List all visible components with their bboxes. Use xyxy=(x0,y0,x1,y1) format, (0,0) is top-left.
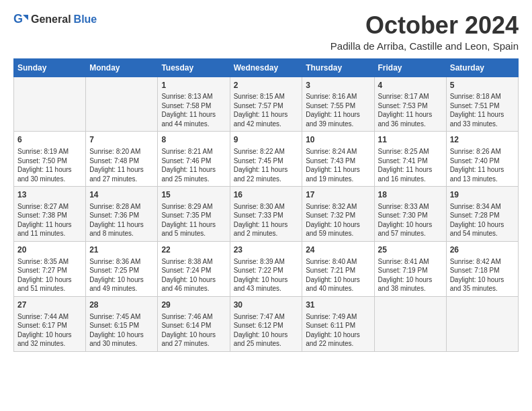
day-number: 3 xyxy=(306,80,370,91)
calendar-cell xyxy=(86,77,158,132)
calendar-cell: 21Sunrise: 8:36 AM Sunset: 7:25 PM Dayli… xyxy=(86,241,158,296)
calendar-cell: 13Sunrise: 8:27 AM Sunset: 7:38 PM Dayli… xyxy=(14,187,86,242)
calendar-header-row: SundayMondayTuesdayWednesdayThursdayFrid… xyxy=(14,58,519,77)
day-info: Sunrise: 8:42 AM Sunset: 7:18 PM Dayligh… xyxy=(450,257,515,293)
logo: G General Blue xyxy=(13,12,97,27)
day-number: 21 xyxy=(89,244,154,256)
day-number: 13 xyxy=(17,189,82,201)
day-info: Sunrise: 8:36 AM Sunset: 7:25 PM Dayligh… xyxy=(89,257,154,293)
day-info: Sunrise: 8:26 AM Sunset: 7:40 PM Dayligh… xyxy=(450,147,515,183)
calendar-cell: 29Sunrise: 7:46 AM Sunset: 6:14 PM Dayli… xyxy=(158,296,230,351)
svg-text:G: G xyxy=(13,12,23,26)
calendar-cell: 5Sunrise: 8:18 AM Sunset: 7:51 PM Daylig… xyxy=(446,77,518,132)
calendar-week-row: 20Sunrise: 8:35 AM Sunset: 7:27 PM Dayli… xyxy=(14,241,519,296)
calendar-cell: 6Sunrise: 8:19 AM Sunset: 7:50 PM Daylig… xyxy=(14,132,86,187)
day-info: Sunrise: 8:18 AM Sunset: 7:51 PM Dayligh… xyxy=(450,92,515,128)
title-area: October 2024 Padilla de Arriba, Castille… xyxy=(330,12,519,52)
day-info: Sunrise: 8:29 AM Sunset: 7:35 PM Dayligh… xyxy=(161,202,226,238)
day-number: 10 xyxy=(306,134,370,146)
day-number: 20 xyxy=(17,244,82,256)
logo-text-blue: Blue xyxy=(74,13,97,26)
header: G General Blue October 2024 Padilla de A… xyxy=(13,12,519,52)
calendar-cell: 10Sunrise: 8:24 AM Sunset: 7:43 PM Dayli… xyxy=(302,132,374,187)
day-info: Sunrise: 7:47 AM Sunset: 6:12 PM Dayligh… xyxy=(234,312,299,349)
day-info: Sunrise: 8:17 AM Sunset: 7:53 PM Dayligh… xyxy=(378,92,443,128)
calendar-cell: 2Sunrise: 8:15 AM Sunset: 7:57 PM Daylig… xyxy=(230,77,302,132)
day-number: 7 xyxy=(89,134,154,146)
day-number: 17 xyxy=(306,189,370,201)
month-title: October 2024 xyxy=(330,12,519,39)
calendar-cell: 30Sunrise: 7:47 AM Sunset: 6:12 PM Dayli… xyxy=(230,296,302,351)
calendar-cell: 9Sunrise: 8:22 AM Sunset: 7:45 PM Daylig… xyxy=(230,132,302,187)
calendar-body: 1Sunrise: 8:13 AM Sunset: 7:58 PM Daylig… xyxy=(14,77,519,351)
day-number: 5 xyxy=(450,80,515,91)
calendar-cell: 4Sunrise: 8:17 AM Sunset: 7:53 PM Daylig… xyxy=(374,77,446,132)
day-number: 15 xyxy=(161,189,226,201)
day-number: 25 xyxy=(378,244,443,256)
calendar-cell: 20Sunrise: 8:35 AM Sunset: 7:27 PM Dayli… xyxy=(14,241,86,296)
calendar-day-header: Friday xyxy=(374,58,446,77)
calendar-cell: 18Sunrise: 8:33 AM Sunset: 7:30 PM Dayli… xyxy=(374,187,446,242)
calendar-cell: 22Sunrise: 8:38 AM Sunset: 7:24 PM Dayli… xyxy=(158,241,230,296)
svg-marker-1 xyxy=(23,15,28,20)
calendar-cell: 24Sunrise: 8:40 AM Sunset: 7:21 PM Dayli… xyxy=(302,241,374,296)
calendar-cell: 14Sunrise: 8:28 AM Sunset: 7:36 PM Dayli… xyxy=(86,187,158,242)
day-number: 4 xyxy=(378,80,443,91)
logo-text-general: General xyxy=(31,13,71,26)
calendar-day-header: Monday xyxy=(86,58,158,77)
day-number: 19 xyxy=(450,189,515,201)
calendar-cell: 12Sunrise: 8:26 AM Sunset: 7:40 PM Dayli… xyxy=(446,132,518,187)
day-number: 22 xyxy=(161,244,226,256)
day-number: 14 xyxy=(89,189,154,201)
day-info: Sunrise: 8:30 AM Sunset: 7:33 PM Dayligh… xyxy=(234,202,299,238)
day-number: 27 xyxy=(17,300,82,311)
calendar-day-header: Sunday xyxy=(14,58,86,77)
day-info: Sunrise: 8:25 AM Sunset: 7:41 PM Dayligh… xyxy=(378,147,443,183)
day-info: Sunrise: 8:13 AM Sunset: 7:58 PM Dayligh… xyxy=(161,92,226,128)
day-info: Sunrise: 8:38 AM Sunset: 7:24 PM Dayligh… xyxy=(161,257,226,293)
day-number: 1 xyxy=(161,80,226,91)
day-number: 23 xyxy=(234,244,299,256)
calendar-cell xyxy=(374,296,446,351)
day-info: Sunrise: 8:21 AM Sunset: 7:46 PM Dayligh… xyxy=(161,147,226,183)
day-number: 31 xyxy=(306,300,370,311)
calendar-cell: 15Sunrise: 8:29 AM Sunset: 7:35 PM Dayli… xyxy=(158,187,230,242)
day-info: Sunrise: 8:35 AM Sunset: 7:27 PM Dayligh… xyxy=(17,257,82,293)
calendar-cell xyxy=(14,77,86,132)
day-number: 16 xyxy=(234,189,299,201)
calendar-cell: 11Sunrise: 8:25 AM Sunset: 7:41 PM Dayli… xyxy=(374,132,446,187)
day-info: Sunrise: 8:15 AM Sunset: 7:57 PM Dayligh… xyxy=(234,92,299,128)
calendar-cell: 23Sunrise: 8:39 AM Sunset: 7:22 PM Dayli… xyxy=(230,241,302,296)
calendar-week-row: 6Sunrise: 8:19 AM Sunset: 7:50 PM Daylig… xyxy=(14,132,519,187)
day-number: 8 xyxy=(161,134,226,146)
calendar-cell: 28Sunrise: 7:45 AM Sunset: 6:15 PM Dayli… xyxy=(86,296,158,351)
calendar-cell: 19Sunrise: 8:34 AM Sunset: 7:28 PM Dayli… xyxy=(446,187,518,242)
day-number: 29 xyxy=(161,300,226,311)
day-info: Sunrise: 8:32 AM Sunset: 7:32 PM Dayligh… xyxy=(306,202,370,238)
day-info: Sunrise: 8:34 AM Sunset: 7:28 PM Dayligh… xyxy=(450,202,515,238)
calendar-day-header: Wednesday xyxy=(230,58,302,77)
calendar-day-header: Saturday xyxy=(446,58,518,77)
calendar-cell: 16Sunrise: 8:30 AM Sunset: 7:33 PM Dayli… xyxy=(230,187,302,242)
day-number: 28 xyxy=(89,300,154,311)
day-number: 6 xyxy=(17,134,82,146)
day-number: 9 xyxy=(234,134,299,146)
calendar-week-row: 27Sunrise: 7:44 AM Sunset: 6:17 PM Dayli… xyxy=(14,296,519,351)
day-number: 24 xyxy=(306,244,370,256)
calendar-header: SundayMondayTuesdayWednesdayThursdayFrid… xyxy=(14,58,519,77)
day-info: Sunrise: 8:22 AM Sunset: 7:45 PM Dayligh… xyxy=(234,147,299,183)
day-info: Sunrise: 8:24 AM Sunset: 7:43 PM Dayligh… xyxy=(306,147,370,183)
calendar-day-header: Thursday xyxy=(302,58,374,77)
calendar-week-row: 13Sunrise: 8:27 AM Sunset: 7:38 PM Dayli… xyxy=(14,187,519,242)
calendar-cell: 31Sunrise: 7:49 AM Sunset: 6:11 PM Dayli… xyxy=(302,296,374,351)
day-info: Sunrise: 8:33 AM Sunset: 7:30 PM Dayligh… xyxy=(378,202,443,238)
day-info: Sunrise: 8:27 AM Sunset: 7:38 PM Dayligh… xyxy=(17,202,82,238)
day-number: 2 xyxy=(234,80,299,91)
calendar-cell: 26Sunrise: 8:42 AM Sunset: 7:18 PM Dayli… xyxy=(446,241,518,296)
day-number: 30 xyxy=(234,300,299,311)
calendar-cell: 1Sunrise: 8:13 AM Sunset: 7:58 PM Daylig… xyxy=(158,77,230,132)
day-info: Sunrise: 7:49 AM Sunset: 6:11 PM Dayligh… xyxy=(306,312,370,349)
day-info: Sunrise: 8:39 AM Sunset: 7:22 PM Dayligh… xyxy=(234,257,299,293)
calendar-day-header: Tuesday xyxy=(158,58,230,77)
calendar-cell: 3Sunrise: 8:16 AM Sunset: 7:55 PM Daylig… xyxy=(302,77,374,132)
